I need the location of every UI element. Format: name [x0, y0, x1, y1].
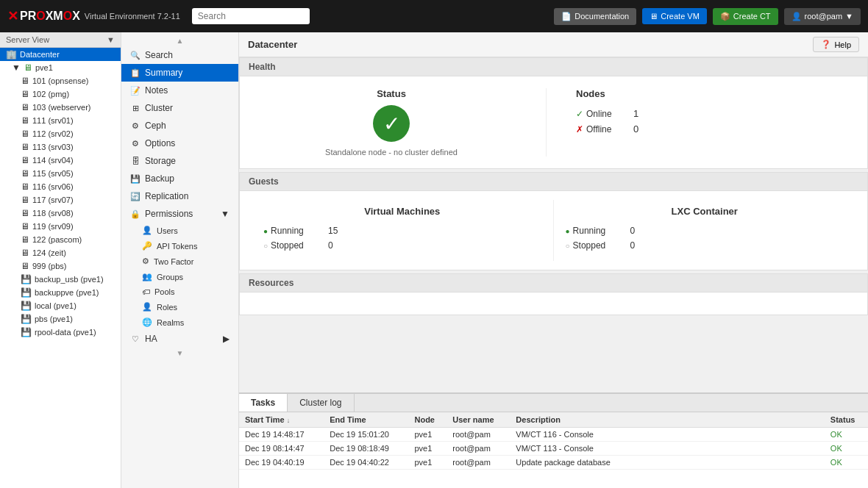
tab-tasks[interactable]: Tasks: [239, 394, 288, 412]
logo-text: PROXMOX: [20, 10, 80, 23]
col-description[interactable]: Description: [510, 412, 825, 428]
table-row[interactable]: Dec 19 08:14:47 Dec 19 08:18:49 pve1 roo…: [239, 442, 868, 456]
sidebar-item-115[interactable]: 🖥 115 (srv05): [0, 167, 121, 180]
pools-icon: 🏷: [142, 287, 150, 296]
lxc-running-row: ● Running 0: [566, 226, 844, 236]
sidebar-item-102[interactable]: 🖥 102 (pmg): [0, 87, 121, 101]
create-ct-button[interactable]: 📦 Create CT: [713, 8, 778, 25]
help-button[interactable]: ❓ Help: [813, 37, 859, 52]
nav-item-options[interactable]: ⚙ Options: [121, 134, 238, 152]
sidebar-label-backup-usb: backup_usb (pve1): [35, 275, 104, 284]
sidebar-item-999[interactable]: 🖥 999 (pbs): [0, 259, 121, 273]
sidebar-label-119: 119 (srv09): [32, 222, 74, 231]
content-area: Datacenter ❓ Help Health Status ✓ Standa…: [239, 32, 868, 488]
nav-sub-roles[interactable]: 👤 Roles: [121, 299, 238, 315]
bottom-panel: Tasks Cluster log Start Time ↓ End Time: [239, 392, 868, 488]
online-dot-icon: ✓: [576, 109, 583, 119]
sidebar-label-113: 113 (srv03): [32, 143, 74, 151]
sidebar-item-118[interactable]: 🖥 118 (srv08): [0, 207, 121, 220]
sidebar-item-local[interactable]: 💾 local (pve1): [0, 299, 121, 312]
vm-icon: 🖥: [21, 76, 29, 86]
table-row[interactable]: Dec 19 14:48:17 Dec 19 15:01:20 pve1 roo…: [239, 428, 868, 442]
nav-item-replication[interactable]: 🔄 Replication: [121, 187, 238, 205]
nav-sub-users[interactable]: 👤 Users: [121, 223, 238, 238]
health-section: Health Status ✓ Standalone node - no clu…: [239, 57, 868, 169]
health-section-header: Health: [240, 58, 867, 76]
nav-item-storage[interactable]: 🗄 Storage: [121, 152, 238, 170]
sidebar-item-122[interactable]: 🖥 122 (pascom): [0, 233, 121, 246]
cell-description: VM/CT 113 - Console: [510, 442, 825, 456]
sidebar-item-114[interactable]: 🖥 114 (srv04): [0, 154, 121, 167]
cell-node: pve1: [408, 456, 447, 470]
sidebar-item-101[interactable]: 🖥 101 (opnsense): [0, 74, 121, 87]
vm-icon: 🖥: [21, 102, 29, 112]
api-tokens-icon: 🔑: [142, 241, 152, 251]
resources-section-header: Resources: [240, 274, 867, 293]
col-username[interactable]: User name: [447, 412, 510, 428]
sidebar-item-backup-usb[interactable]: 💾 backup_usb (pve1): [0, 273, 121, 286]
sidebar-item-pbs[interactable]: 💾 pbs (pve1): [0, 312, 121, 326]
sidebar-item-rpool[interactable]: 💾 rpool-data (pve1): [0, 326, 121, 339]
nav-sub-api-tokens[interactable]: 🔑 API Tokens: [121, 238, 238, 254]
sidebar-item-backuppve[interactable]: 💾 backuppve (pve1): [0, 286, 121, 299]
vm-icon: 🖥: [21, 168, 29, 179]
realms-icon: 🌐: [142, 317, 152, 327]
notes-icon: 📝: [130, 85, 140, 96]
nav-item-ceph[interactable]: ⚙ Ceph: [121, 117, 238, 134]
nav-sub-groups[interactable]: 👥 Groups: [121, 269, 238, 284]
nav-item-cluster[interactable]: ⊞ Cluster: [121, 99, 238, 117]
lxc-running-label: ● Running: [566, 226, 625, 236]
vm-icon: 🖥: [21, 142, 29, 152]
bottom-table: Start Time ↓ End Time Node User name Des…: [239, 412, 868, 488]
stopped-dot-icon: ○: [263, 242, 268, 250]
create-vm-button[interactable]: 🖥 Create VM: [642, 8, 707, 24]
sidebar-item-103[interactable]: 🖥 103 (webserver): [0, 101, 121, 114]
col-status[interactable]: Status: [825, 412, 868, 428]
status-title: Status: [377, 88, 406, 99]
documentation-button[interactable]: 📄 Documentation: [554, 8, 636, 25]
nav-sub-realms[interactable]: 🌐 Realms: [121, 315, 238, 330]
vm-running-label: ● Running: [263, 226, 322, 236]
cell-username: root@pam: [447, 428, 510, 442]
tab-cluster-log[interactable]: Cluster log: [288, 394, 354, 412]
sidebar-item-117[interactable]: 🖥 117 (srv07): [0, 193, 121, 207]
nav-scroll-up[interactable]: ▲: [121, 35, 238, 46]
sidebar-label-103: 103 (webserver): [32, 103, 90, 112]
nav-item-notes[interactable]: 📝 Notes: [121, 82, 238, 99]
lxc-running-count: 0: [630, 226, 636, 236]
nav-item-permissions[interactable]: 🔒 Permissions ▼: [121, 205, 238, 223]
create-ct-icon: 📦: [720, 12, 730, 21]
search-input[interactable]: [192, 8, 310, 24]
sidebar-item-112[interactable]: 🖥 112 (srv02): [0, 127, 121, 140]
nav-scroll-down[interactable]: ▼: [121, 348, 238, 359]
storage-icon: 💾: [21, 274, 32, 284]
table-row[interactable]: Dec 19 04:40:19 Dec 19 04:40:22 pve1 roo…: [239, 456, 868, 470]
vm-icon: 🖥: [21, 129, 29, 139]
user-menu-button[interactable]: 👤 root@pam ▼: [784, 8, 861, 25]
sidebar-collapse-icon[interactable]: ▼: [107, 35, 115, 44]
col-end-time[interactable]: End Time: [324, 412, 408, 428]
sidebar-item-pve1[interactable]: ▼ 🖥 pve1: [0, 61, 121, 74]
sidebar-item-datacenter[interactable]: 🏢 Datacenter: [0, 48, 121, 61]
nav-item-summary[interactable]: 📋 Summary: [121, 64, 238, 82]
storage-icon: 💾: [21, 301, 32, 311]
col-node[interactable]: Node: [408, 412, 447, 428]
nav-sub-pools[interactable]: 🏷 Pools: [121, 284, 238, 299]
sidebar-item-119[interactable]: 🖥 119 (srv09): [0, 220, 121, 233]
sidebar-item-116[interactable]: 🖥 116 (srv06): [0, 180, 121, 193]
tasks-table: Start Time ↓ End Time Node User name Des…: [239, 412, 868, 470]
sidebar-item-113[interactable]: 🖥 113 (srv03): [0, 140, 121, 154]
sidebar-label-local: local (pve1): [35, 301, 77, 310]
storage-icon: 💾: [21, 314, 32, 324]
sidebar-item-124[interactable]: 🖥 124 (zeit): [0, 246, 121, 259]
logo-version: Virtual Environment 7.2-11: [85, 12, 180, 21]
col-start-time[interactable]: Start Time ↓: [239, 412, 324, 428]
nav-item-ha[interactable]: ♡ HA ▶: [121, 330, 238, 348]
two-factor-icon: ⚙: [142, 256, 149, 266]
nav-item-backup[interactable]: 💾 Backup: [121, 170, 238, 187]
running-dot-icon: ●: [263, 227, 268, 235]
vm-stopped-row: ○ Stopped 0: [263, 240, 541, 251]
nav-sub-two-factor[interactable]: ⚙ Two Factor: [121, 254, 238, 269]
nav-item-search[interactable]: 🔍 Search: [121, 46, 238, 64]
sidebar-item-111[interactable]: 🖥 111 (srv01): [0, 114, 121, 127]
